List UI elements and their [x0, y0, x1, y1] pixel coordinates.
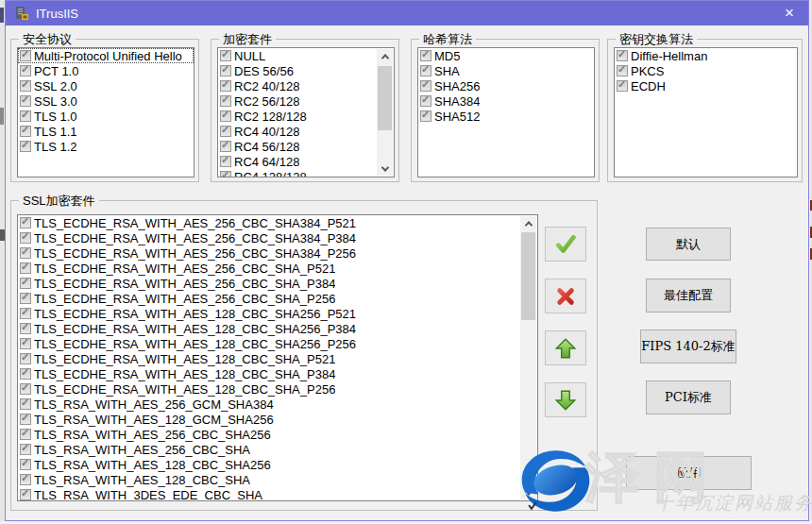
list-item[interactable]: NULL	[218, 48, 394, 63]
checkbox-checked-icon[interactable]	[220, 65, 231, 76]
best-config-button[interactable]: 最佳配置	[646, 279, 731, 313]
list-item[interactable]: TLS_RSA_WITH_AES_256_GCM_SHA384	[18, 397, 537, 412]
list-item[interactable]: TLS_ECDHE_RSA_WITH_AES_128_CBC_SHA256_P3…	[18, 321, 537, 336]
list-item[interactable]: ECDH	[615, 78, 797, 93]
checkbox-checked-icon[interactable]	[220, 80, 231, 92]
checkbox-checked-icon[interactable]	[20, 278, 31, 289]
list-item[interactable]: RC2 128/128	[218, 109, 394, 124]
list-item[interactable]: SHA256	[418, 78, 594, 93]
scroll-up-arrow-icon[interactable]	[520, 216, 536, 230]
list-item[interactable]: TLS_ECDHE_RSA_WITH_AES_128_CBC_SHA256_P5…	[18, 306, 537, 321]
list-item[interactable]: RC4 64/128	[218, 154, 394, 169]
checkbox-checked-icon[interactable]	[20, 247, 31, 259]
checkbox-checked-icon[interactable]	[20, 474, 31, 485]
list-item[interactable]: TLS 1.0	[18, 109, 194, 124]
checkbox-checked-icon[interactable]	[20, 293, 31, 304]
checkbox-checked-icon[interactable]	[20, 459, 31, 470]
pci-standard-button[interactable]: PCI标准	[646, 380, 731, 414]
checkbox-checked-icon[interactable]	[617, 50, 628, 61]
checkbox-checked-icon[interactable]	[20, 429, 31, 440]
disable-cross-button[interactable]	[545, 279, 586, 313]
list-item[interactable]: TLS_RSA_WITH_AES_128_CBC_SHA	[18, 472, 537, 487]
checkbox-checked-icon[interactable]	[20, 95, 31, 107]
list-item[interactable]: TLS 1.1	[18, 124, 194, 139]
list-item[interactable]: TLS_RSA_WITH_AES_256_CBC_SHA	[18, 442, 537, 457]
list-item[interactable]: Diffie-Hellman	[615, 48, 797, 63]
checkbox-checked-icon[interactable]	[420, 95, 431, 107]
list-item[interactable]: TLS_ECDHE_RSA_WITH_AES_128_CBC_SHA_P384	[18, 366, 537, 381]
checkbox-checked-icon[interactable]	[617, 80, 628, 92]
list-item[interactable]: SSL 3.0	[18, 93, 194, 109]
list-item[interactable]: SHA384	[418, 93, 594, 109]
list-item[interactable]: PCT 1.0	[18, 63, 194, 78]
list-item[interactable]: TLS_ECDHE_RSA_WITH_AES_256_CBC_SHA_P521	[18, 261, 537, 276]
checkbox-checked-icon[interactable]	[20, 232, 31, 244]
checkbox-checked-icon[interactable]	[20, 398, 31, 410]
checkbox-checked-icon[interactable]	[20, 444, 31, 455]
list-item[interactable]: SSL 2.0	[18, 78, 194, 93]
checkbox-checked-icon[interactable]	[220, 110, 231, 122]
list-item[interactable]: Multi-Protocol Unified Hello	[18, 48, 194, 63]
protocols-listbox[interactable]: Multi-Protocol Unified Hello PCT 1.0 SSL…	[17, 47, 195, 177]
list-item[interactable]: SHA	[418, 63, 594, 78]
checkbox-checked-icon[interactable]	[220, 50, 231, 61]
list-item[interactable]: TLS_RSA_WITH_3DES_EDE_CBC_SHA	[18, 487, 537, 501]
fips-140-2-button[interactable]: FIPS 140-2标准	[640, 330, 736, 363]
list-item[interactable]: RC2 40/128	[218, 78, 394, 93]
list-item[interactable]: TLS_ECDHE_RSA_WITH_AES_256_CBC_SHA384_P5…	[18, 215, 537, 230]
list-item[interactable]: TLS_ECDHE_RSA_WITH_AES_128_CBC_SHA_P256	[18, 381, 537, 397]
list-item[interactable]: SHA512	[418, 109, 594, 124]
checkbox-checked-icon[interactable]	[617, 65, 628, 76]
checkbox-checked-icon[interactable]	[20, 338, 31, 349]
list-item[interactable]: TLS_ECDHE_RSA_WITH_AES_128_CBC_SHA256_P2…	[18, 336, 537, 351]
checkbox-checked-icon[interactable]	[420, 80, 431, 92]
default-button[interactable]: 默认	[646, 228, 731, 261]
list-item[interactable]: TLS_RSA_WITH_AES_256_CBC_SHA256	[18, 427, 537, 442]
list-item[interactable]: TLS_ECDHE_RSA_WITH_AES_256_CBC_SHA_P256	[18, 291, 537, 306]
key-exchange-listbox[interactable]: Diffie-Hellman PKCS ECDH	[614, 47, 798, 177]
move-down-button[interactable]	[545, 382, 586, 417]
list-item[interactable]: TLS_ECDHE_RSA_WITH_AES_128_CBC_SHA_P521	[18, 351, 537, 366]
checkbox-checked-icon[interactable]	[20, 80, 31, 92]
list-item[interactable]: MD5	[418, 48, 594, 63]
checkbox-checked-icon[interactable]	[20, 353, 31, 364]
scroll-down-arrow-icon[interactable]	[377, 161, 393, 176]
ciphers-scrollbar[interactable]	[377, 49, 393, 176]
list-item[interactable]: TLS_RSA_WITH_AES_128_GCM_SHA256	[18, 412, 537, 427]
scrollbar-thumb[interactable]	[521, 232, 535, 320]
checkbox-checked-icon[interactable]	[20, 126, 31, 137]
move-up-button[interactable]	[545, 330, 586, 365]
checkbox-checked-icon[interactable]	[20, 110, 31, 122]
ciphers-listbox[interactable]: NULL DES 56/56 RC2 40/128 RC2 56	[217, 47, 395, 177]
enable-check-button[interactable]	[545, 227, 586, 262]
list-item[interactable]: TLS_ECDHE_RSA_WITH_AES_256_CBC_SHA_P384	[18, 276, 537, 291]
checkbox-checked-icon[interactable]	[20, 65, 31, 76]
checkbox-checked-icon[interactable]	[20, 262, 31, 274]
title-bar[interactable]: ITrusIIS ×	[6, 1, 808, 25]
list-item[interactable]: TLS_RSA_WITH_AES_128_CBC_SHA256	[18, 457, 537, 472]
list-item[interactable]: TLS_ECDHE_RSA_WITH_AES_256_CBC_SHA384_P3…	[18, 230, 537, 245]
close-button[interactable]: ×	[776, 3, 803, 23]
scrollbar-thumb[interactable]	[378, 66, 392, 130]
scroll-down-arrow-icon[interactable]	[520, 485, 536, 499]
checkbox-checked-icon[interactable]	[20, 323, 31, 334]
hashes-listbox[interactable]: MD5 SHA SHA256 SHA384	[417, 47, 595, 177]
checkbox-checked-icon[interactable]	[20, 414, 31, 425]
checkbox-checked-icon[interactable]	[20, 141, 31, 152]
checkbox-checked-icon[interactable]	[220, 95, 231, 107]
list-item[interactable]: DES 56/56	[218, 63, 394, 78]
ssl-scrollbar[interactable]	[520, 216, 536, 499]
list-item[interactable]: TLS 1.2	[18, 139, 194, 154]
list-item[interactable]: RC2 56/128	[218, 93, 394, 109]
checkbox-checked-icon[interactable]	[220, 171, 231, 177]
checkbox-checked-icon[interactable]	[20, 308, 31, 319]
checkbox-checked-icon[interactable]	[20, 489, 31, 500]
checkbox-checked-icon[interactable]	[20, 217, 31, 228]
scroll-up-arrow-icon[interactable]	[377, 49, 393, 63]
list-item[interactable]: RC4 40/128	[218, 124, 394, 139]
checkbox-checked-icon[interactable]	[420, 50, 431, 61]
checkbox-checked-icon[interactable]	[420, 110, 431, 122]
list-item[interactable]: PKCS	[615, 63, 797, 78]
checkbox-checked-icon[interactable]	[20, 383, 31, 395]
ssl-suites-listbox[interactable]: TLS_ECDHE_RSA_WITH_AES_256_CBC_SHA384_P5…	[17, 214, 538, 501]
